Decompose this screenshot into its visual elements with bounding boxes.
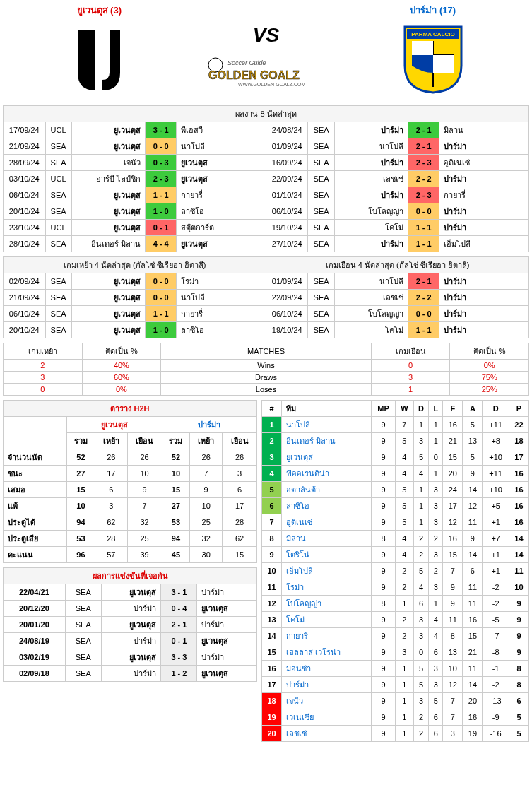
last4-table: เกมเหย้า 4 นัดล่าสุด (กัลโช่ ซีเรียอา อิ… [3,256,529,338]
comp-cell: SEA [45,273,71,290]
away-cell: ปาร์ม่า [439,322,529,338]
date-cell: 06/10/24 [266,306,308,322]
record-away-val: 3 [371,372,450,384]
lt-cell: 2 [396,579,413,596]
h2h-cell: 15 [67,482,95,498]
score-cell: 2 - 3 [408,155,439,171]
home-cell: ยูเวนตุส [71,290,145,306]
away-cell: ปาร์ม่า [439,290,529,306]
lt-cell: 11 [509,563,528,579]
lt-cell: 11 [463,579,483,596]
lt-cell: 15 [443,449,463,466]
home-cell: ยูเวนตุส [71,306,145,322]
lt-cell: 9 [371,514,395,531]
score-cell: 0 - 3 [145,155,177,171]
comp-cell: UCL [45,220,71,236]
lt-rank: 12 [262,596,282,612]
h2h-cell: 9 [190,482,223,498]
lt-header: D [413,401,429,417]
lt-cell: -2 [483,596,509,612]
h2h-home: ยูเวนตุส [67,417,162,433]
home-cell: ยูเวนตุส [71,187,145,203]
meet-home: ยูเวนตุส [101,584,161,601]
lt-cell: 1 [396,661,413,677]
lt-cell: 4 [413,466,429,482]
record-away-pct: 25% [450,384,529,396]
score-cell: 2 - 3 [145,171,177,187]
lt-header: D [483,401,509,417]
record-away-val: 0 [371,360,450,372]
meet-date: 20/12/20 [4,601,66,617]
lt-cell: -13 [483,693,509,709]
meet-away: ยูเวนตุส [197,666,257,682]
lt-rank: 3 [262,449,282,466]
home-cell: อินเตอร์ มิลาน [71,236,145,252]
lt-team: โรม่า [282,579,372,596]
score-cell: 1 - 0 [145,203,177,220]
lt-cell: +1 [483,563,509,579]
home-cell: ยูเวนตุส [71,220,145,236]
lt-cell: 9 [371,628,395,644]
lt-rank: 18 [262,693,282,709]
lt-cell: 3 [413,628,429,644]
match-header: ยูเวนตุส (3) VS Soccer Guide GOLDEN GOAL… [3,3,529,101]
score-cell: 0 - 0 [145,138,177,155]
h2h-cell: 10 [67,498,95,514]
home-cell: โคโม่ [334,220,408,236]
lt-cell: -7 [483,628,509,644]
h2h-cell: 62 [95,514,127,531]
svg-rect-7 [433,55,454,73]
meet-score: 2 - 1 [161,617,197,633]
h2h-cell: 6 [223,482,257,498]
lt-rank: 2 [262,433,282,449]
date-cell: 22/09/24 [266,171,308,187]
lt-cell: 16 [509,498,528,514]
away-cell: กายารี่ [177,306,266,322]
h2h-subheader: รวม [67,433,95,449]
lt-cell: 9 [371,661,395,677]
comp-cell: SEA [308,122,334,138]
h2h-cell: 27 [162,498,190,514]
away-cell: ลาซิโอ [177,203,266,220]
last4-home-title: เกมเหย้า 4 นัดล่าสุด (กัลโช่ ซีเรียอา อิ… [4,257,266,273]
home-cell: ปาร์ม่า [334,122,408,138]
lt-team: อินเตอร์ มิลาน [282,433,372,449]
h2h-cell: 28 [223,514,257,531]
away-cell: ปาร์ม่า [439,273,529,290]
comp-cell: SEA [308,306,334,322]
lt-team: อตาลันต้า [282,482,372,498]
lt-cell: 5 [396,433,413,449]
lt-cell: 6 [463,563,483,579]
record-away-pct: 75% [450,372,529,384]
meet-comp: SEA [65,601,101,617]
comp-cell: SEA [45,203,71,220]
meet-home: ปาร์ม่า [101,601,161,617]
lt-rank: 5 [262,482,282,498]
lt-cell: 5 [429,693,443,709]
lt-cell: 9 [509,612,528,628]
h2h-cell: 25 [190,514,223,531]
lt-rank: 9 [262,547,282,563]
lt-cell: 21 [443,433,463,449]
h2h-cell: 52 [67,449,95,466]
date-cell: 06/10/24 [4,306,46,322]
home-cell: โบโลญญ่า [334,203,408,220]
score-cell: 2 - 1 [408,273,439,290]
h2h-cell: 45 [162,547,190,563]
lt-cell: 6 [429,644,443,661]
svg-text:WWW.GOLDEN-GOALZ.COM: WWW.GOLDEN-GOALZ.COM [238,82,305,87]
lt-cell: 4 [429,612,443,628]
lt-rank: 11 [262,579,282,596]
away-cell: ปาร์ม่า [439,306,529,322]
meet-date: 22/04/21 [4,584,66,601]
lt-team: เจนัว [282,693,372,709]
away-cell: อูดิเนเซ่ [439,155,529,171]
comp-cell: SEA [308,155,334,171]
lt-cell: 12 [443,677,463,693]
score-cell: 1 - 1 [408,322,439,338]
comp-cell: SEA [45,155,71,171]
lt-cell: 2 [429,531,443,547]
lt-cell: 5 [509,726,528,742]
h2h-row-label: ชนะ [4,466,67,482]
lt-team: เฮลลาส เวโรน่า [282,644,372,661]
